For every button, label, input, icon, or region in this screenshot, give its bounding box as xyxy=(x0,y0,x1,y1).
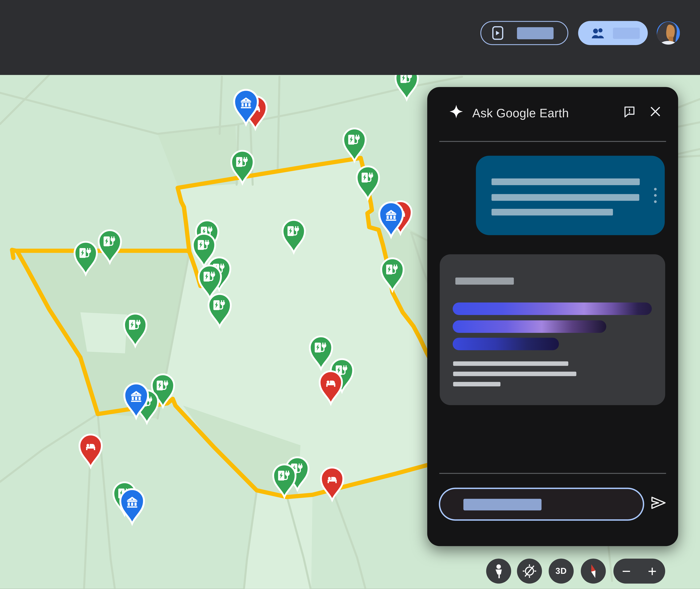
redacted-text-bar xyxy=(492,179,640,185)
avatar[interactable] xyxy=(657,21,680,46)
pegman-button[interactable] xyxy=(486,559,511,584)
map-road xyxy=(278,77,279,170)
map-road xyxy=(332,489,366,589)
hotel-pin[interactable] xyxy=(321,467,343,500)
feedback-icon[interactable] xyxy=(622,104,637,119)
compass[interactable] xyxy=(581,559,606,584)
map-road xyxy=(678,99,700,108)
ev-charging-pin[interactable] xyxy=(343,129,366,161)
view-3d-button[interactable]: 3D xyxy=(549,559,573,584)
redacted-button-label xyxy=(517,27,554,39)
map-road xyxy=(678,149,700,154)
people-icon xyxy=(590,26,606,40)
zoom-out-button[interactable]: − xyxy=(622,563,631,579)
redacted-text-line xyxy=(453,372,576,376)
map-road xyxy=(220,77,222,134)
map-road xyxy=(679,156,700,157)
send-button[interactable] xyxy=(649,493,668,513)
presentation-button[interactable] xyxy=(480,21,568,45)
map-road xyxy=(84,450,91,589)
sparkle-icon xyxy=(449,104,464,119)
ask-input[interactable] xyxy=(439,488,644,521)
map-road xyxy=(0,77,462,134)
close-icon[interactable] xyxy=(648,104,663,119)
map-road xyxy=(678,122,700,127)
redacted-placeholder-bar xyxy=(463,499,542,511)
redacted-text-bar xyxy=(492,209,613,216)
gradient-skeleton-bar xyxy=(453,338,559,350)
redacted-text-line xyxy=(453,382,501,386)
ask-google-earth-panel: Ask Google Earth xyxy=(427,87,678,546)
share-button[interactable] xyxy=(578,21,648,45)
play-presentation-icon xyxy=(491,25,505,41)
divider xyxy=(439,473,666,474)
redacted-text-bar xyxy=(492,194,639,201)
map-terrain-polygon xyxy=(81,312,127,353)
redacted-button-label xyxy=(613,27,640,39)
divider xyxy=(439,141,666,142)
zoom-control: − + xyxy=(613,559,665,584)
hotel-pin[interactable] xyxy=(80,435,102,467)
user-prompt-card xyxy=(476,156,665,235)
top-app-bar xyxy=(0,0,700,75)
more-options-button[interactable] xyxy=(654,188,657,203)
museum-pin[interactable] xyxy=(120,489,144,524)
gradient-skeleton-bar xyxy=(453,303,652,315)
my-location-disabled-icon[interactable] xyxy=(517,559,542,584)
map-road xyxy=(608,547,612,581)
gradient-skeleton-bar xyxy=(453,321,606,333)
zoom-in-button[interactable]: + xyxy=(648,563,657,579)
panel-header: Ask Google Earth xyxy=(427,87,678,142)
redacted-label-bar xyxy=(455,277,514,285)
response-card xyxy=(440,254,665,405)
redacted-text-line xyxy=(453,362,568,366)
panel-title: Ask Google Earth xyxy=(472,107,569,121)
